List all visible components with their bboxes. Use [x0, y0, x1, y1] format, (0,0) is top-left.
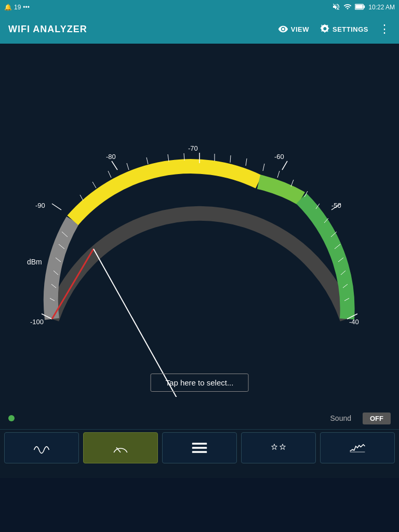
bottom-nav	[0, 429, 399, 466]
status-dots: •••	[23, 4, 30, 11]
stars-icon	[270, 440, 287, 456]
svg-text:-70: -70	[188, 144, 198, 152]
svg-rect-54	[192, 443, 207, 445]
sound-label: Sound	[330, 414, 351, 422]
nav-stars-button[interactable]	[241, 432, 316, 463]
svg-line-38	[230, 155, 231, 163]
battery-icon	[355, 3, 365, 12]
svg-rect-1	[364, 5, 365, 8]
svg-text:-80: -80	[106, 153, 116, 161]
svg-line-34	[147, 157, 148, 164]
top-bar: WIFI ANALYZER VIEW SETTINGS ⋮	[0, 15, 399, 44]
svg-text:-40: -40	[349, 318, 359, 326]
status-dot	[8, 415, 15, 421]
app-title: WIFI ANALYZER	[8, 24, 278, 35]
tap-select-button[interactable]: Tap here to select...	[151, 374, 249, 392]
nav-list-button[interactable]	[162, 432, 237, 463]
svg-text:-90: -90	[35, 202, 45, 209]
meter-icon	[112, 440, 129, 456]
mute-icon	[332, 3, 340, 12]
svg-line-6	[52, 204, 61, 210]
wifi-icon	[343, 3, 352, 12]
svg-line-31	[92, 182, 96, 188]
gauge-svg: dBm -100 -90 -80 -70	[0, 59, 399, 397]
svg-line-32	[108, 171, 111, 178]
top-bar-actions: VIEW SETTINGS ⋮	[278, 22, 391, 36]
main-area: dBm -100 -90 -80 -70	[0, 44, 399, 478]
graph-icon	[349, 440, 366, 456]
svg-line-39	[246, 158, 247, 166]
svg-line-12	[282, 161, 287, 170]
view-label: VIEW	[291, 25, 309, 33]
svg-line-8	[112, 161, 117, 170]
list-icon	[191, 440, 208, 456]
svg-line-35	[168, 154, 169, 162]
svg-line-33	[127, 163, 129, 170]
wave-icon	[33, 440, 50, 456]
nav-wave-button[interactable]	[4, 432, 79, 463]
more-menu-button[interactable]: ⋮	[379, 22, 391, 36]
sound-bar: Sound OFF	[0, 407, 399, 429]
status-bar: 🔔 19 ••• 10:22 AM	[0, 0, 399, 15]
status-number: 19	[14, 4, 21, 11]
settings-button[interactable]: SETTINGS	[320, 24, 368, 34]
svg-rect-2	[356, 5, 363, 9]
gauge-container: dBm -100 -90 -80 -70	[0, 44, 399, 407]
view-button[interactable]: VIEW	[278, 24, 309, 34]
status-right: 10:22 AM	[332, 3, 395, 12]
svg-marker-57	[272, 444, 277, 449]
svg-rect-55	[192, 447, 207, 449]
tap-select-container: Tap here to select...	[151, 371, 249, 392]
svg-line-41	[277, 171, 280, 178]
status-notification-icon: 🔔	[4, 4, 12, 11]
nav-meter-button[interactable]	[83, 432, 158, 463]
svg-text:-100: -100	[30, 318, 44, 326]
svg-text:-60: -60	[274, 153, 284, 161]
nav-graph-button[interactable]	[320, 432, 395, 463]
svg-text:-50: -50	[331, 202, 341, 209]
status-left: 🔔 19 •••	[4, 4, 30, 11]
svg-text:dBm: dBm	[27, 258, 42, 266]
settings-label: SETTINGS	[332, 25, 368, 33]
svg-line-42	[291, 180, 294, 187]
sound-toggle-button[interactable]: OFF	[363, 413, 391, 424]
svg-line-40	[263, 164, 264, 171]
svg-rect-56	[192, 451, 207, 453]
svg-line-30	[80, 195, 83, 201]
svg-marker-58	[280, 444, 286, 449]
time-display: 10:22 AM	[368, 4, 395, 11]
